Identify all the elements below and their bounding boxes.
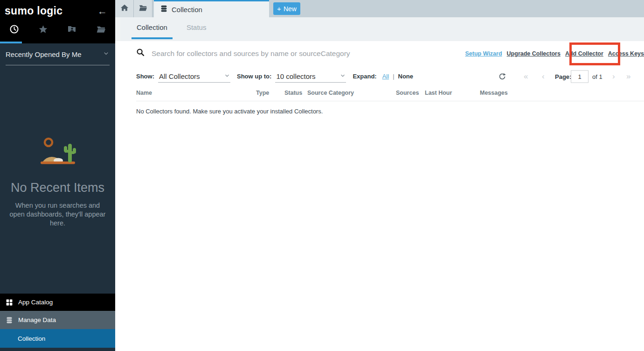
search-icon	[136, 48, 145, 59]
page-label: Page:	[555, 73, 571, 80]
expand-all-link[interactable]: All	[382, 73, 389, 80]
new-button-label: New	[284, 5, 297, 13]
recents-tab[interactable]	[0, 24, 29, 36]
active-nav-indicator	[0, 42, 22, 43]
grid-icon	[6, 299, 14, 306]
open-folder-icon	[96, 24, 106, 36]
previous-page-button[interactable]: ‹	[542, 72, 545, 81]
filter-row: Show: All Collectors Show up to: 10 coll…	[115, 66, 644, 87]
setup-wizard-link[interactable]: Setup Wizard	[465, 50, 502, 57]
chevron-down-icon	[224, 72, 230, 80]
app-root: sumo logic ←	[0, 0, 644, 351]
sumo-logic-logo: sumo logic	[5, 5, 62, 17]
column-header-source-category: Source Category	[307, 90, 396, 96]
column-header-sources: Sources	[396, 90, 425, 96]
star-icon	[38, 24, 48, 36]
database-icon	[6, 316, 14, 324]
search-row: Setup Wizard Upgrade Collectors Add Coll…	[115, 41, 644, 66]
recently-opened-label: Recently Opened By Me	[6, 50, 82, 58]
sidebar-item-app-catalog[interactable]: App Catalog	[0, 294, 115, 311]
column-header-last-hour: Last Hour	[425, 90, 480, 96]
collectors-table-header: Name Type Status Source Category Sources…	[136, 90, 644, 101]
sidebar-item-label: App Catalog	[18, 299, 53, 306]
column-header-messages: Messages	[480, 90, 531, 96]
tab-label: Collection	[172, 6, 202, 14]
upgrade-collectors-link[interactable]: Upgrade Collectors	[507, 50, 561, 57]
expand-separator: |	[393, 73, 394, 80]
expand-none-link[interactable]: None	[398, 73, 414, 80]
column-header-name: Name	[136, 90, 256, 96]
new-tab-button[interactable]: + New	[273, 2, 300, 15]
clock-icon	[9, 24, 19, 36]
search-input[interactable]	[152, 49, 441, 58]
favorites-tab[interactable]	[29, 24, 58, 36]
chevron-down-icon	[103, 50, 110, 58]
column-header-type: Type	[256, 90, 284, 96]
home-button[interactable]	[115, 0, 134, 17]
shared-folder-icon	[67, 24, 76, 35]
folder-icon	[138, 3, 147, 14]
collection-panel: Setup Wizard Upgrade Collectors Add Coll…	[115, 41, 644, 351]
no-collectors-message: No Collectors found. Make sure you activ…	[136, 108, 644, 115]
show-filter-value: All Collectors	[159, 72, 200, 80]
top-tab-strip: Collection + New	[115, 0, 644, 17]
column-header-status: Status	[284, 90, 307, 96]
sidebar-bottom-menu: App Catalog Manage Data Collection	[0, 294, 115, 348]
chevron-down-icon	[339, 72, 346, 80]
show-label: Show:	[136, 73, 154, 80]
page-size-value: 10 collectors	[276, 72, 315, 80]
access-keys-link[interactable]: Access Keys	[608, 50, 644, 57]
home-icon	[120, 4, 129, 14]
database-icon	[160, 5, 168, 14]
shared-content-tab[interactable]	[58, 24, 87, 35]
tab-collection[interactable]: Collection	[154, 0, 269, 17]
show-up-to-label: Show up to:	[237, 73, 271, 80]
page-number-input[interactable]	[571, 70, 589, 83]
collapse-sidebar-button[interactable]: ←	[97, 6, 107, 16]
expand-label: Expand:	[353, 73, 376, 80]
page-count-label: of 1	[592, 73, 602, 80]
plus-icon: +	[277, 5, 281, 12]
page-size-dropdown[interactable]: 10 collectors	[275, 70, 346, 83]
library-tab[interactable]	[86, 24, 115, 36]
desert-illustration	[39, 159, 76, 167]
collection-subtabs: Collection Status	[115, 17, 644, 41]
sidebar-header: sumo logic ←	[0, 0, 115, 43]
sidebar-item-label: Collection	[18, 335, 45, 342]
show-filter-dropdown[interactable]: All Collectors	[158, 70, 230, 83]
last-page-button[interactable]: »	[626, 72, 630, 81]
no-recent-items-subtitle: When you run searches and open dashboard…	[7, 201, 108, 228]
no-recent-items-title: No Recent Items	[0, 181, 115, 195]
main-area: Collection + New Collection Status Setup…	[115, 0, 644, 351]
sidebar-nav-icons	[0, 19, 115, 41]
first-page-button[interactable]: «	[524, 72, 528, 81]
subtab-collection[interactable]: Collection	[132, 17, 173, 39]
sidebar-empty-state: No Recent Items When you run searches an…	[0, 136, 115, 228]
collector-action-links: Setup Wizard Upgrade Collectors Add Coll…	[465, 50, 644, 57]
left-sidebar: sumo logic ←	[0, 0, 115, 351]
sidebar-item-collection[interactable]: Collection	[0, 329, 115, 348]
add-collector-link[interactable]: Add Collector	[565, 50, 603, 57]
recently-opened-dropdown[interactable]: Recently Opened By Me	[6, 43, 110, 65]
next-page-button[interactable]: ›	[612, 72, 615, 81]
subtab-status[interactable]: Status	[181, 17, 212, 39]
sidebar-item-manage-data[interactable]: Manage Data	[0, 311, 115, 329]
sidebar-item-label: Manage Data	[18, 316, 56, 323]
library-button[interactable]	[134, 0, 152, 17]
refresh-button[interactable]	[499, 73, 506, 80]
